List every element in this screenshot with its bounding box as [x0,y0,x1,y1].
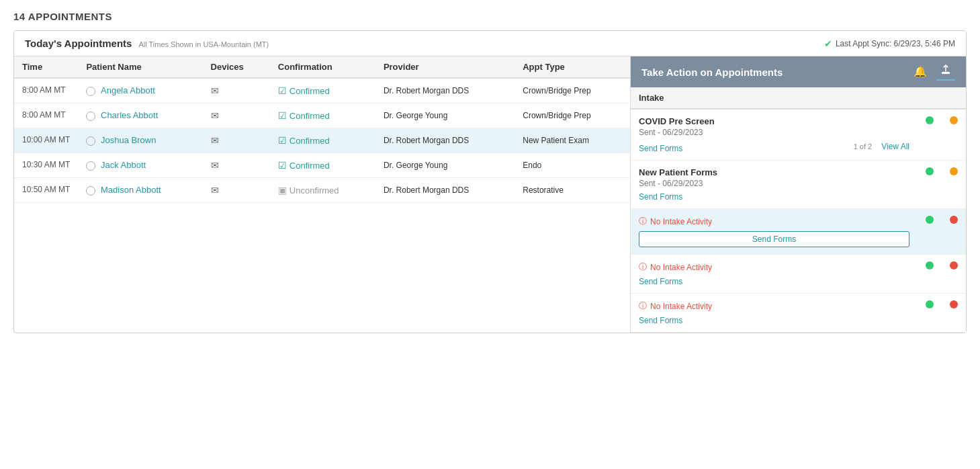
intake-form-name: New Patient Forms [639,167,909,177]
devices-cell: ✉ [203,178,270,203]
page-indicator: 1 of 2 [854,142,873,151]
intake-content: COVID Pre ScreenSent - 06/29/2023 Send F… [639,116,909,153]
status-circle-icon [86,136,95,146]
intake-row: COVID Pre ScreenSent - 06/29/2023 Send F… [631,109,966,161]
view-all-link[interactable]: View All [881,142,909,151]
status-dot-1 [926,261,934,269]
patient-name-link[interactable]: Charles Abbott [101,110,158,120]
col-provider: Provider [375,56,515,78]
col-dot1 [918,87,942,109]
time-value: 10:50 AM MT [22,185,70,194]
col-devices: Devices [203,56,270,78]
patient-cell: Madison Abbott [78,178,202,203]
main-card: Today's Appointments All Times Shown in … [13,30,967,333]
confirmed-badge: ☑Confirmed [278,85,367,96]
intake-row: ⓘ No Intake Activity Send Forms [631,209,966,255]
no-intake-indicator: ⓘ No Intake Activity [639,261,909,273]
provider-cell: Dr. George Young [375,153,515,178]
intake-content: ⓘ No Intake Activity Send Forms [639,300,909,325]
timezone-note: All Times Shown in USA-Mountain (MT) [138,40,269,48]
card-header: Today's Appointments All Times Shown in … [14,31,966,56]
unconfirmed-square-icon: ▣ [278,185,287,196]
intake-row: ⓘ No Intake Activity Send Forms [631,255,966,294]
status-dot-2-cell [942,294,966,333]
devices-cell: ✉ [203,103,270,128]
send-forms-link[interactable]: Send Forms [639,192,909,202]
alarm-button[interactable]: 🔔 [909,64,931,81]
time-value: 8:00 AM MT [22,85,66,95]
envelope-icon: ✉ [211,110,219,121]
status-dot-1-cell [918,161,942,209]
time-cell: 10:30 AM MT [14,153,78,178]
no-intake-indicator: ⓘ No Intake Activity [639,300,909,312]
status-dot-1 [926,167,934,175]
appt-type-cell: New Patient Exam [515,128,630,153]
appt-type-value: New Patient Exam [523,136,589,145]
intake-cell: ⓘ No Intake Activity Send Forms [631,209,918,255]
status-dot-2 [950,167,958,175]
svg-rect-1 [942,73,950,74]
patient-name-link[interactable]: Madison Abbott [101,185,161,195]
sync-check-icon: ✔ [824,38,832,49]
patient-name-link[interactable]: Jack Abbott [101,160,146,170]
status-circle-icon [86,112,95,121]
sync-status: ✔ Last Appt Sync: 6/29/23, 5:46 PM [824,38,955,49]
status-dot-1-cell [918,209,942,255]
patient-cell: Angela Abbott [78,78,202,103]
status-dot-2-cell [942,255,966,294]
header-icons: 🔔 [909,63,955,81]
table-header-row: Time Patient Name Devices Confirmation P… [14,56,630,78]
devices-cell: ✉ [203,153,270,178]
time-cell: 8:00 AM MT [14,78,78,103]
send-forms-link[interactable]: Send Forms [639,316,909,325]
appt-type-value: Endo [523,161,541,170]
export-button[interactable] [936,63,955,81]
confirmed-badge: ☑Confirmed [278,160,367,171]
confirmation-cell: ☑Confirmed [270,153,375,178]
send-forms-link[interactable]: Send Forms [639,277,909,286]
patient-cell: Charles Abbott [78,103,202,128]
intake-header-row: Intake [631,87,966,109]
intake-cell: New Patient FormsSent - 06/29/2023Send F… [631,161,918,209]
confirmation-label: Confirmed [289,86,330,96]
time-value: 10:00 AM MT [22,135,70,144]
intake-cell: ⓘ No Intake Activity Send Forms [631,255,918,294]
no-intake-indicator: ⓘ No Intake Activity [639,216,909,227]
sync-label: Last Appt Sync: 6/29/23, 5:46 PM [836,39,955,48]
col-patient: Patient Name [78,56,202,78]
right-panel: Take Action on Appointments 🔔 [630,56,966,333]
page-title: 14 APPOINTMENTS [13,11,967,22]
devices-cell: ✉ [203,128,270,153]
col-intake: Intake [631,87,918,109]
status-dot-1-cell [918,294,942,333]
patient-name-link[interactable]: Angela Abbott [101,85,155,95]
send-forms-button[interactable]: Send Forms [639,231,909,247]
provider-cell: Dr. Robert Morgan DDS [375,128,515,153]
intake-table: Intake COVID Pre ScreenSent - 06/29/2023… [631,87,966,333]
page-wrapper: 14 APPOINTMENTS Today's Appointments All… [0,0,980,344]
check-icon: ☑ [278,135,287,146]
action-panel-title: Take Action on Appointments [641,67,783,78]
patient-cell: Jack Abbott [78,153,202,178]
appt-type-cell: Crown/Bridge Prep [515,78,630,103]
appt-type-value: Crown/Bridge Prep [523,86,590,95]
patient-name-link[interactable]: Joshua Brown [101,135,156,145]
card-header-left: Today's Appointments All Times Shown in … [25,38,269,49]
appt-type-cell: Endo [515,153,630,178]
status-dot-2 [950,300,958,308]
intake-sent-date: Sent - 06/29/2023 [639,179,909,188]
left-table: Time Patient Name Devices Confirmation P… [14,56,630,333]
provider-cell: Dr. Robert Morgan DDS [375,78,515,103]
status-dot-2-cell [942,161,966,209]
status-dot-1 [926,300,934,308]
send-forms-link[interactable]: Send Forms [639,144,682,153]
status-dot-2 [950,216,958,224]
table-row: 8:00 AM MT Charles Abbott ✉☑ConfirmedDr.… [14,103,630,128]
intake-row: New Patient FormsSent - 06/29/2023Send F… [631,161,966,209]
card-header-title: Today's Appointments [25,38,132,49]
confirmation-label: Unconfirmed [289,185,339,196]
time-cell: 10:50 AM MT [14,178,78,203]
check-icon: ☑ [278,160,287,171]
provider-cell: Dr. George Young [375,103,515,128]
appt-type-cell: Restorative [515,178,630,203]
